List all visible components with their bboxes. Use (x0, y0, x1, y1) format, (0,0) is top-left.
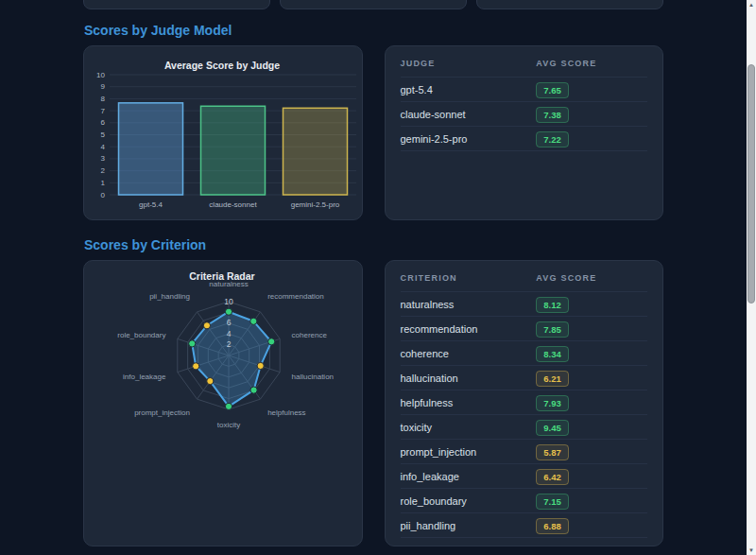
radar-point-hallucination (257, 362, 264, 369)
scroll-up-icon[interactable]: ▲ (747, 0, 756, 9)
main-container: Scores by Judge Model Average Score by J… (83, 0, 663, 546)
stat-card-stub (83, 0, 270, 9)
score-badge: 9.45 (536, 420, 569, 436)
bar-chart: Average Score by Judge012345678910gpt-5.… (84, 46, 361, 220)
radar-axis-label-helpfulness: helpfulness (267, 408, 305, 417)
column-header-criterion: CRITERION (401, 273, 537, 283)
table-row: pii_handling6.88 (401, 513, 648, 538)
score-badge: 5.87 (536, 444, 569, 460)
y-tick-label: 10 (96, 71, 105, 79)
score-badge: 7.93 (536, 395, 569, 411)
y-tick-label: 0 (101, 191, 106, 199)
row-label: gemini-2.5-pro (401, 133, 537, 145)
section-title-judge: Scores by Judge Model (84, 23, 663, 38)
score-cell: 8.12 (536, 299, 569, 310)
score-badge: 8.12 (536, 297, 569, 313)
judge-table-body: gpt-5.47.65claude-sonnet7.38gemini-2.5-p… (401, 78, 648, 151)
row-label: info_leakage (401, 471, 537, 482)
section-title-criterion: Scores by Criterion (84, 237, 663, 252)
table-row: recommendation7.85 (401, 317, 648, 341)
score-badge: 7.85 (536, 321, 569, 338)
table-row: gemini-2.5-pro7.22 (401, 127, 648, 151)
judge-table-card: JUDGE AVG SCORE gpt-5.47.65claude-sonnet… (385, 45, 664, 220)
column-header-avg-score: AVG SCORE (536, 59, 596, 68)
score-cell: 7.85 (536, 323, 569, 335)
table-row: hallucination6.21 (401, 366, 648, 390)
criterion-section-grid: Criteria Radar246810naturalnessrecommend… (83, 260, 663, 546)
radial-tick-label: 2 (227, 339, 232, 349)
radar-axis-label-pii_handling: pii_handling (149, 292, 190, 301)
score-badge: 7.65 (536, 82, 569, 98)
row-label: role_boundary (401, 495, 537, 507)
radar-chart: Criteria Radar246810naturalnessrecommend… (84, 261, 361, 546)
radar-axis-label-role_boundary: role_boundary (117, 331, 165, 339)
x-tick-label: gemini-2.5-pro (291, 200, 340, 209)
x-tick-label: claude-sonnet (209, 200, 257, 209)
radar-point-pii_handling (203, 322, 210, 329)
radar-point-prompt_injection (207, 377, 214, 384)
table-row: coherence8.34 (401, 341, 648, 366)
score-cell: 6.21 (536, 373, 569, 384)
radar-axis-label-recommendation: recommendation (267, 292, 324, 301)
row-label: hallucination (401, 373, 537, 384)
radar-axis-label-info_leakage: info_leakage (123, 373, 166, 381)
row-label: toxicity (401, 422, 537, 433)
row-label: prompt_injection (401, 446, 537, 458)
score-badge: 6.21 (536, 371, 569, 387)
scrollbar-thumb[interactable] (747, 64, 755, 304)
y-tick-label: 3 (101, 154, 106, 163)
score-cell: 7.38 (536, 109, 569, 120)
score-cell: 5.87 (536, 446, 569, 458)
y-tick-label: 8 (101, 95, 106, 103)
table-row: claude-sonnet7.38 (401, 102, 648, 127)
stat-card-stub (476, 0, 663, 9)
score-cell: 7.15 (536, 495, 569, 507)
score-cell: 7.22 (536, 133, 569, 145)
bar-gpt-5.4 (119, 103, 183, 195)
radial-tick-label: 6 (227, 318, 232, 327)
radar-point-helpfulness (250, 387, 257, 393)
vertical-scrollbar[interactable]: ▲ ▼ (747, 0, 756, 555)
row-label: coherence (401, 348, 537, 359)
criterion-table-card: CRITERION AVG SCORE naturalness8.12recom… (385, 260, 664, 546)
score-badge: 8.34 (536, 346, 569, 362)
score-badge: 6.88 (536, 518, 569, 534)
radar-axis-label-prompt_injection: prompt_injection (134, 408, 190, 417)
radar-point-coherence (268, 338, 275, 345)
y-tick-label: 5 (101, 130, 106, 139)
y-tick-label: 2 (101, 166, 106, 175)
column-header-judge: JUDGE (401, 59, 537, 68)
radar-axis-label-naturalness: naturalness (209, 280, 248, 288)
score-cell: 8.34 (536, 348, 569, 359)
y-tick-label: 1 (101, 179, 106, 187)
bar-chart-card: Average Score by Judge012345678910gpt-5.… (83, 45, 363, 220)
radar-point-naturalness (225, 308, 232, 315)
radar-point-recommendation (250, 318, 257, 324)
radar-axis-label-coherence: coherence (292, 331, 328, 339)
row-label: helpfulness (401, 397, 537, 408)
table-row: role_boundary7.15 (401, 489, 648, 513)
score-cell: 7.65 (536, 84, 569, 95)
table-row: naturalness8.12 (401, 292, 648, 317)
stat-card-stub (280, 0, 467, 9)
bar-chart-title: Average Score by Judge (164, 60, 280, 71)
y-tick-label: 9 (101, 82, 106, 91)
radar-point-toxicity (225, 403, 232, 409)
x-tick-label: gpt-5.4 (139, 200, 163, 209)
page-content: Scores by Judge Model Average Score by J… (0, 0, 747, 555)
radar-point-role_boundary (189, 340, 196, 347)
score-badge: 7.15 (536, 494, 569, 510)
row-label: recommendation (401, 323, 537, 335)
table-row: prompt_injection5.87 (401, 440, 648, 464)
judge-section-grid: Average Score by Judge012345678910gpt-5.… (83, 45, 663, 220)
score-badge: 7.38 (536, 107, 569, 123)
table-header-row: CRITERION AVG SCORE (401, 261, 648, 292)
radar-point-info_leakage (193, 363, 199, 370)
score-cell: 6.88 (536, 520, 569, 531)
radar-axis-label-toxicity: toxicity (217, 421, 240, 429)
table-header-row: JUDGE AVG SCORE (401, 46, 648, 78)
table-row: info_leakage6.42 (401, 464, 648, 489)
table-row: gpt-5.47.65 (401, 78, 648, 102)
table-row: toxicity9.45 (401, 415, 648, 440)
scroll-down-icon[interactable]: ▼ (747, 546, 756, 555)
